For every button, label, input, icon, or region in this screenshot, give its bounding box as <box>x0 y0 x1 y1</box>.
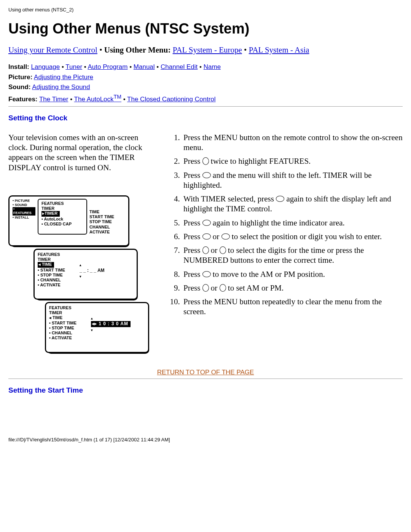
cursor-right-icon <box>221 233 230 240</box>
link-closed-captioning[interactable]: The Closed Captioning Control <box>127 96 215 103</box>
page-title: Using Other Menus (NTSC System) <box>8 20 403 38</box>
clock-content-row: Your television comes with an on-screen … <box>8 133 403 363</box>
cursor-right-icon <box>202 220 211 226</box>
using-other-menu-label: Using Other Menu: <box>104 45 171 54</box>
step-item: Press or to select the position or digit… <box>182 232 403 241</box>
link-pal-europe[interactable]: PAL System - Europe <box>173 45 242 54</box>
link-remote-control[interactable]: Using your Remote Control <box>8 45 97 54</box>
link-channel-edit[interactable]: Channel Edit <box>161 63 198 70</box>
features-links-row: Features: The Timer • The AutoLockTM • T… <box>8 93 403 104</box>
breadcrumb: Using other menus (NTSC_2) <box>8 7 403 13</box>
cursor-right-icon <box>202 271 211 277</box>
install-label: Install: <box>8 63 29 70</box>
step-item: Press the MENU button repeatedly to clea… <box>182 297 403 317</box>
cursor-down-icon <box>202 157 209 165</box>
link-auto-program[interactable]: Auto Program <box>88 63 128 70</box>
cursor-up-icon <box>202 284 209 292</box>
sound-label: Sound: <box>8 83 31 91</box>
link-the-autolock[interactable]: The AutoLockTM <box>74 96 121 103</box>
features-label: Features: <box>8 96 38 103</box>
step-item: Press to move to the AM or PM position. <box>182 269 403 279</box>
step-item: Press again to highlight the time indica… <box>182 218 403 228</box>
step-item: Press twice to highlight FEATURES. <box>182 156 403 166</box>
sound-links-row: Sound: Adjusting the Sound <box>8 83 403 92</box>
link-return-to-top[interactable]: RETURN TO TOP OF THE PAGE <box>157 369 254 376</box>
cursor-left-icon <box>202 233 211 240</box>
divider <box>8 106 403 107</box>
link-language[interactable]: Language <box>31 63 60 70</box>
link-pal-asia[interactable]: PAL System - Asia <box>249 45 309 54</box>
divider <box>8 379 403 379</box>
cursor-right-icon <box>276 196 284 202</box>
step-item: Press or to set AM or PM. <box>182 283 403 293</box>
cursor-down-icon <box>220 246 226 254</box>
step-item: With TIMER selected, press again to shif… <box>182 194 403 214</box>
bullet-separator: • <box>244 45 249 54</box>
osd-panel-1: • PICTURE • SOUND • FEATURES • INSTALL F… <box>8 195 129 246</box>
section-heading-setting-start-time: Setting the Start Time <box>8 386 403 395</box>
top-navigation-links: Using your Remote Control • Using Other … <box>8 45 403 55</box>
cursor-up-icon <box>202 246 209 254</box>
link-adjusting-sound[interactable]: Adjusting the Sound <box>32 83 90 91</box>
cursor-down-icon <box>220 284 226 292</box>
osd-panel-3: FEATURES TIMER ◂ TIME • START TIME • STO… <box>45 302 149 353</box>
link-manual[interactable]: Manual <box>134 63 155 70</box>
step-item: Press the MENU button on the remote cont… <box>182 133 403 153</box>
bullet-separator: • <box>99 45 104 54</box>
link-name[interactable]: Name <box>204 63 221 70</box>
picture-label: Picture: <box>8 73 32 81</box>
osd-diagram: • PICTURE • SOUND • FEATURES • INSTALL F… <box>8 195 153 363</box>
section-heading-setting-clock: Setting the Clock <box>8 113 403 123</box>
clock-steps-list: Press the MENU button on the remote cont… <box>162 133 403 317</box>
link-tuner[interactable]: Tuner <box>65 63 82 70</box>
step-item: Press or to select the digits for the ti… <box>182 245 403 265</box>
install-links-row: Install: Language • Tuner • Auto Program… <box>8 62 403 72</box>
clock-intro-text: Your television comes with an on-screen … <box>8 133 153 173</box>
step-item: Press and the menu will shift to the lef… <box>182 170 403 190</box>
link-adjusting-picture[interactable]: Adjusting the Picture <box>34 73 93 81</box>
footer-path: file:///D|/TV/english/150mt/osd/n_f.htm … <box>8 437 403 443</box>
picture-links-row: Picture: Adjusting the Picture <box>8 73 403 82</box>
osd-panel-2: FEATURES TIMER ◂ TIME • START TIME • STO… <box>33 249 138 300</box>
link-the-timer[interactable]: The Timer <box>39 96 68 103</box>
cursor-right-icon <box>202 172 211 178</box>
